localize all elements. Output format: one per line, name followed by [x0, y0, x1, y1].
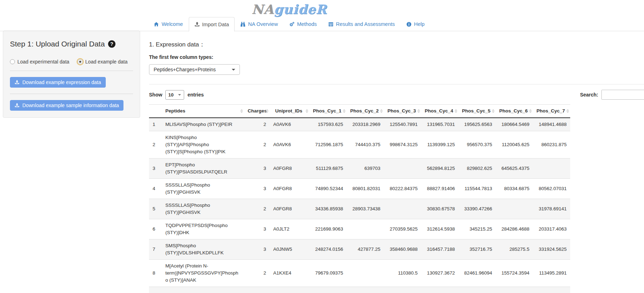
- cell-peptides: KINS[Phospho (STY)]APS[Phospho (STY)]S[P…: [162, 131, 244, 159]
- cell-phos_cyc_2: 427877.25: [347, 239, 384, 260]
- cell-phos_cyc_3: 110380.5: [384, 260, 421, 287]
- column-header-uniprot_ids[interactable]: Uniprot_IDs: [270, 105, 309, 118]
- search-input[interactable]: [601, 90, 644, 100]
- cell-phos_cyc_6: 284286.4688: [496, 219, 533, 239]
- column-header-phos_cyc_5[interactable]: Phos_Cyc_5: [458, 105, 496, 118]
- column-header-label: Phos_Cyc_4: [425, 108, 453, 114]
- cell-phos_cyc_5: 352716.75: [458, 239, 496, 260]
- row-number-cell: 6: [149, 219, 162, 239]
- column-header-phos_cyc_1[interactable]: Phos_Cyc_1: [309, 105, 347, 118]
- sort-icons[interactable]: [306, 109, 308, 113]
- page-length-select[interactable]: 10: [165, 90, 184, 100]
- table-row: 2KINS[Phospho (STY)]APS[Phospho (STY)]S[…: [149, 131, 570, 159]
- column-header-phos_cyc_7[interactable]: Phos_Cyc_7: [533, 105, 570, 118]
- column-header-phos_cyc_6[interactable]: Phos_Cyc_6: [496, 105, 533, 118]
- radio-load-experimental-data[interactable]: Load experimental data: [10, 59, 69, 65]
- row-number-cell: 4: [149, 179, 162, 199]
- datatable-controls: Show 10 entries Search:: [149, 90, 644, 100]
- cell-phos_cyc_1: 74890.52344: [309, 179, 347, 199]
- column-header-peptides[interactable]: Peptides: [162, 105, 244, 118]
- cell-phos_cyc_1: 248274.0156: [309, 239, 347, 260]
- column-header-label: Uniprot_IDs: [275, 108, 302, 114]
- tab-results-and-assessments[interactable]: Results and Assessments: [323, 17, 401, 31]
- question-circle-icon[interactable]: ?: [108, 40, 116, 48]
- column-header-phos_cyc_4[interactable]: Phos_Cyc_4: [421, 105, 458, 118]
- cell-phos_cyc_6: 1120045.625: [496, 131, 533, 159]
- sort-icons[interactable]: [529, 109, 532, 113]
- sort-icons[interactable]: [455, 109, 457, 113]
- column-header-phos_cyc_2[interactable]: Phos_Cyc_2: [347, 105, 384, 118]
- column-header-charges[interactable]: Charges: [244, 105, 270, 118]
- sort-icons[interactable]: [266, 109, 269, 113]
- column-header-label: Phos_Cyc_7: [536, 108, 565, 114]
- data-source-radio-group: Load experimental dataLoad example data: [10, 59, 133, 65]
- tab-label: Help: [414, 21, 425, 27]
- logo-text-na: NA: [252, 2, 274, 17]
- radio-label: Load experimental data: [17, 59, 69, 65]
- nav-tabs: WelcomeImport DataNA OverviewMethodsResu…: [0, 17, 578, 31]
- divider: [10, 94, 133, 94]
- cell-phos_cyc_5: 82461.96094: [458, 260, 496, 287]
- info-icon: [406, 22, 412, 27]
- cell-phos_cyc_1: 221698.9063: [309, 219, 347, 239]
- cell-uniprot_ids: A1KXE4: [270, 260, 309, 287]
- tab-import-data[interactable]: Import Data: [189, 17, 235, 32]
- column-header-phos_cyc_3[interactable]: Phos_Cyc_3: [384, 105, 421, 118]
- sort-icons[interactable]: [417, 109, 420, 113]
- cell-phos_cyc_4: 130927.3672: [421, 260, 458, 287]
- cell-phos_cyc_4: 316457.7188: [421, 239, 458, 260]
- tab-help[interactable]: Help: [401, 17, 430, 31]
- cell-phos_cyc_3: 80222.84375: [384, 179, 421, 199]
- cell-phos_cyc_7: 31978.69141: [533, 199, 570, 219]
- download-button-download-example-sample-information-data[interactable]: Download example sample information data: [10, 100, 123, 111]
- caret-down-icon: [178, 94, 181, 95]
- cell-phos_cyc_5: 829802.625: [458, 159, 496, 179]
- row-number-header: [149, 105, 162, 118]
- column-types-select[interactable]: Peptides+Charges+Proteins: [149, 64, 240, 75]
- sort-icons[interactable]: [240, 109, 243, 113]
- column-header-label: Phos_Cyc_1: [313, 108, 341, 114]
- expression-data-title: 1. Expression data：: [149, 40, 644, 49]
- button-label: Download example expression data: [22, 79, 101, 85]
- tab-na-overview[interactable]: NA Overview: [235, 17, 284, 31]
- entries-label: entries: [187, 92, 204, 98]
- cell-phos_cyc_5: 195625.6563: [458, 118, 496, 131]
- sort-icons[interactable]: [380, 109, 383, 113]
- cell-phos_cyc_5: 115544.7813: [458, 179, 496, 199]
- search-control: Search:: [580, 90, 644, 100]
- table-row: 8M[Acetyl (Protein N-term)]NPVYSPGSSGVPY…: [149, 260, 570, 287]
- cell-phos_cyc_7: 80562.07031: [533, 179, 570, 199]
- cell-phos_cyc_1: 34336.85938: [309, 199, 347, 219]
- nav-tab-bar: WelcomeImport DataNA OverviewMethodsResu…: [0, 17, 644, 31]
- cell-phos_cyc_2: 744410.375: [347, 131, 384, 159]
- cell-phos_cyc_4: 312614.5938: [421, 219, 458, 239]
- cell-peptides: M[Acetyl (Protein N-term)]NPVYSPGSSGVPY[…: [162, 260, 244, 287]
- row-number-cell: 5: [149, 199, 162, 219]
- app-logo: NAguideR: [0, 0, 578, 17]
- tab-welcome[interactable]: Welcome: [148, 17, 188, 31]
- cell-phos_cyc_7: 331924.5625: [533, 239, 570, 260]
- tab-methods[interactable]: Methods: [284, 17, 323, 31]
- cell-phos_cyc_6: 80334.6875: [496, 179, 533, 199]
- cell-phos_cyc_1: 157593.625: [309, 118, 347, 131]
- column-header-label: Phos_Cyc_6: [499, 108, 528, 114]
- radio-circle[interactable]: [10, 59, 15, 64]
- sort-icons[interactable]: [492, 109, 495, 113]
- sort-icons[interactable]: [343, 109, 346, 113]
- cell-phos_cyc_2: 28903.73438: [347, 199, 384, 219]
- radio-circle[interactable]: [78, 59, 83, 64]
- upload-icon: [194, 22, 200, 27]
- svg-text:?: ?: [110, 41, 114, 47]
- download-button-download-example-expression-data[interactable]: Download example expression data: [10, 77, 106, 88]
- cell-charges: 2: [244, 118, 270, 131]
- cell-uniprot_ids: A0FGR8: [270, 159, 309, 179]
- step1-title: Step 1: Upload Original Data ?: [10, 40, 133, 48]
- radio-load-example-data[interactable]: Load example data: [78, 59, 127, 65]
- cell-charges: 2: [244, 199, 270, 219]
- sort-icons[interactable]: [566, 109, 569, 113]
- cell-charges: 3: [244, 239, 270, 260]
- cell-phos_cyc_1: 79679.09375: [309, 260, 347, 287]
- partial-row-cell: [149, 287, 570, 293]
- cell-phos_cyc_3: 358460.9688: [384, 239, 421, 260]
- cell-phos_cyc_4: 131965.7031: [421, 118, 458, 131]
